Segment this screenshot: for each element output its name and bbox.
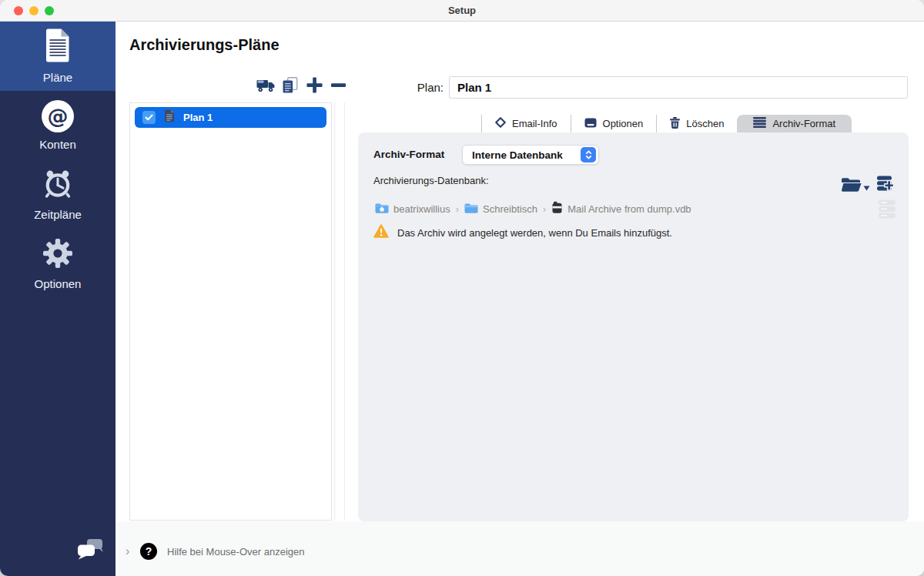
sidebar-item-label: Optionen: [35, 277, 82, 290]
add-icon[interactable]: [306, 76, 323, 94]
footer: › ? Hilfe bei Mouse-Over anzeigen: [116, 521, 924, 576]
sidebar-item-label: Konten: [39, 138, 76, 151]
help-text: Hilfe bei Mouse-Over anzeigen: [167, 546, 304, 558]
tab-archiv-format[interactable]: Archiv-Format: [737, 115, 852, 132]
sidebar-item-optionen[interactable]: Optionen: [0, 229, 116, 299]
choose-folder-button[interactable]: [841, 176, 870, 195]
sidebar-item-zeitplaene[interactable]: Zeitpläne: [0, 160, 116, 229]
alarm-clock-icon: [42, 169, 73, 203]
dropdown-value: Interne Datenbank: [472, 149, 563, 161]
titlebar: Setup: [0, 0, 924, 22]
add-database-button[interactable]: [877, 175, 896, 197]
tab-email-info[interactable]: Email-Info: [481, 115, 571, 132]
stepper-icon: [581, 147, 596, 162]
plan-toolbar: [256, 75, 346, 95]
at-icon: @: [42, 100, 74, 132]
tab-label: Löschen: [686, 118, 724, 129]
diamond-icon: [495, 117, 506, 130]
database-disabled-icon: [879, 199, 896, 222]
path-item-label: beatrixwillius: [393, 203, 450, 215]
warning-icon: [373, 224, 389, 241]
remove-icon[interactable]: [330, 76, 346, 94]
plan-list: Plan 1: [129, 102, 332, 521]
duplicate-icon[interactable]: [282, 77, 299, 93]
archive-format-dropdown[interactable]: Interne Datenbank: [462, 145, 599, 165]
path-item-home[interactable]: beatrixwillius: [375, 203, 450, 216]
window-title: Setup: [0, 0, 924, 22]
tabbar: Email-Info Optionen: [481, 115, 852, 132]
sidebar-item-plaene[interactable]: Pläne: [0, 22, 116, 91]
database-file-icon: [551, 201, 563, 216]
tab-optionen[interactable]: Optionen: [571, 115, 657, 132]
trash-icon: [670, 117, 680, 131]
open-folder-icon: [841, 176, 862, 195]
folder-icon: [464, 203, 478, 216]
path-item-label: Schreibtisch: [483, 203, 537, 215]
plan-row-label: Plan 1: [183, 112, 213, 123]
panel-icon: [584, 118, 597, 130]
truck-icon[interactable]: [256, 78, 275, 92]
document-icon: [44, 28, 72, 65]
warning-row: Das Archiv wird angelegt werden, wenn Du…: [373, 224, 672, 241]
archive-format-panel: Archiv-Format Interne Datenbank Archivie…: [358, 132, 909, 521]
archive-path-control: beatrixwillius › Schreibtisch ›: [375, 202, 691, 216]
tab-label: Email-Info: [512, 118, 557, 129]
help-icon[interactable]: ?: [140, 543, 157, 560]
archive-format-label: Archiv-Format: [373, 149, 444, 160]
sidebar-item-label: Zeitpläne: [34, 208, 82, 221]
path-item-file[interactable]: Mail Archive from dump.vdb: [551, 201, 691, 216]
plan-field-label: Plan:: [397, 81, 444, 94]
path-item-desktop[interactable]: Schreibtisch: [464, 203, 537, 216]
plan-name-input[interactable]: [449, 76, 908, 99]
path-separator: ›: [543, 203, 546, 215]
path-separator: ›: [456, 203, 459, 215]
database-icon: [753, 117, 766, 130]
tab-loeschen[interactable]: Löschen: [656, 115, 737, 132]
panel-divider: [344, 102, 345, 521]
plan-doc-icon: [164, 109, 175, 126]
tab-label: Archiv-Format: [772, 118, 835, 129]
disclosure-chevron-icon[interactable]: ›: [126, 544, 136, 558]
gear-icon: [42, 238, 73, 272]
path-item-label: Mail Archive from dump.vdb: [567, 203, 691, 215]
page-title: Archivierungs-Pläne: [129, 36, 280, 54]
archive-database-label: Archivierungs-Datenbank:: [373, 175, 489, 186]
plan-list-row[interactable]: Plan 1: [135, 107, 326, 128]
tab-label: Optionen: [603, 118, 644, 129]
caret-down-icon: [863, 186, 870, 191]
warning-text: Das Archiv wird angelegt werden, wenn Du…: [397, 227, 672, 239]
checkbox-checked-icon[interactable]: [142, 111, 156, 124]
chat-bubbles-icon[interactable]: [78, 539, 103, 564]
setup-window: Setup Pläne @ Konten: [0, 0, 924, 576]
sidebar: Pläne @ Konten Zeitpläne: [0, 22, 116, 576]
sidebar-item-label: Pläne: [43, 71, 72, 84]
home-folder-icon: [375, 203, 389, 216]
list-divider: [334, 102, 335, 521]
sidebar-item-konten[interactable]: @ Konten: [0, 91, 116, 160]
